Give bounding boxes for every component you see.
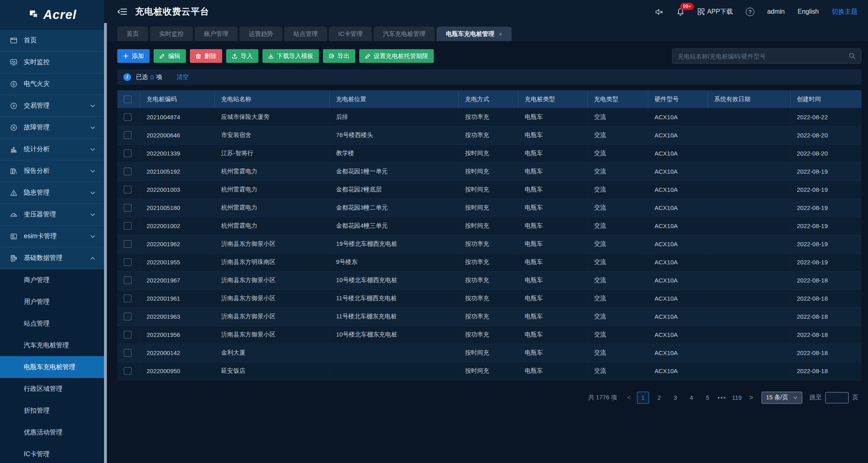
page-number-4[interactable]: 4 <box>685 392 697 404</box>
table-row[interactable]: 2022001003杭州雷霆电力金都花园2幢底层按时间充电瓶车交流ACX10A2… <box>117 181 862 199</box>
sidebar-subitem-2[interactable]: 站点管理 <box>0 313 104 334</box>
table-row[interactable]: 2022000142金利大厦按时间充电瓶车交流ACX10A2022-08-18 <box>117 344 862 362</box>
sidebar-subitem-0[interactable]: 商户管理 <box>0 269 104 291</box>
page-number-1[interactable]: 1 <box>637 392 649 404</box>
toolbar-button-4[interactable]: 下载导入模板 <box>262 49 319 63</box>
row-checkbox[interactable] <box>124 168 131 175</box>
sidebar-item-7[interactable]: 隐患管理 <box>0 182 104 204</box>
import-icon <box>232 53 237 59</box>
page-number-2[interactable]: 2 <box>653 392 665 404</box>
row-checkbox[interactable] <box>124 331 131 338</box>
row-checkbox[interactable] <box>124 204 131 212</box>
close-icon[interactable]: × <box>499 31 502 37</box>
row-checkbox[interactable] <box>124 313 131 320</box>
clear-selection-link[interactable]: 清空 <box>177 73 189 81</box>
table-row[interactable]: 2022001961沂南县东方御景小区11号楼北车棚西充电桩按功率充电瓶车交流A… <box>117 289 862 307</box>
page-number-5[interactable]: 5 <box>701 392 714 404</box>
page-size-select[interactable]: 15 条/页 <box>762 392 802 404</box>
row-checkbox[interactable] <box>124 186 131 193</box>
table-row[interactable]: 2022001956沂南县东方御景小区10号楼北车棚东充电桩按功率充电瓶车交流A… <box>117 326 862 344</box>
app-download-link[interactable]: APP下载 <box>697 8 733 16</box>
column-header-5: 充电桩类型 <box>518 90 587 108</box>
row-checkbox[interactable] <box>124 149 131 157</box>
next-page-arrow[interactable]: > <box>747 394 755 401</box>
notification-bell[interactable]: 99+ <box>676 8 685 16</box>
cell: 2022-08-18 <box>790 362 862 380</box>
toolbar-button-3[interactable]: 导入 <box>226 49 258 63</box>
cell: 2022-08-18 <box>790 289 862 307</box>
tab-7[interactable]: 电瓶车充电桩管理× <box>437 27 512 41</box>
cell: 电瓶车 <box>518 217 587 235</box>
charging-pile-icon <box>10 254 18 262</box>
tab-2[interactable]: 账户管理 <box>195 27 237 41</box>
row-checkbox[interactable] <box>124 258 131 266</box>
table-row[interactable]: 2022000646市安装宿舍76号楼西楼头按功率充电瓶车交流ACX10A202… <box>117 126 862 144</box>
sidebar-item-8[interactable]: 变压器管理 <box>0 204 104 226</box>
tab-6[interactable]: 汽车充电桩管理 <box>374 27 435 41</box>
sidebar-item-10[interactable]: 基础数据管理 <box>0 247 104 269</box>
sidebar-subitem-3[interactable]: 汽车充电桩管理 <box>0 334 104 356</box>
sidebar-item-1[interactable]: 实时监控 <box>0 52 104 73</box>
tab-3[interactable]: 运营趋势 <box>239 27 282 41</box>
table-row[interactable]: 2022001955沂南县东方明珠南区9号楼东按功率充电瓶车交流ACX10A20… <box>117 253 862 271</box>
jump-page-input[interactable] <box>825 392 849 403</box>
page-number-119[interactable]: 119 <box>731 392 743 404</box>
tab-1[interactable]: 实时监控 <box>150 27 193 41</box>
page-ellipsis[interactable]: ••• <box>718 394 726 401</box>
search-input[interactable] <box>678 53 849 60</box>
table-row[interactable]: 2022000950延安饭店按时间充电瓶车交流ACX10A2022-08-18 <box>117 362 862 380</box>
tab-4[interactable]: 站点管理 <box>284 27 327 41</box>
row-checkbox[interactable] <box>124 276 131 284</box>
tab-5[interactable]: IC卡管理 <box>329 27 372 41</box>
sidebar-item-4[interactable]: 故障管理 <box>0 117 104 139</box>
menu-fold-icon[interactable] <box>117 8 127 16</box>
prev-page-arrow[interactable]: < <box>625 394 633 401</box>
row-checkbox[interactable] <box>124 222 131 230</box>
sidebar-subitem-1[interactable]: 用户管理 <box>0 291 104 313</box>
sidebar-subitem-5[interactable]: 行政区域管理 <box>0 378 104 400</box>
toolbar-button-2[interactable]: 删除 <box>190 49 222 63</box>
table-row[interactable]: 2022001002杭州雷霆电力金都花园4幢三单元按时间充电瓶车交流ACX10A… <box>117 217 862 235</box>
table-row[interactable]: 2021005180杭州雷霆电力金都花园3幢二单元按时间充电瓶车交流ACX10A… <box>117 199 862 217</box>
sidebar-item-5[interactable]: 统计分析 <box>0 139 104 160</box>
select-all-checkbox[interactable] <box>124 96 131 103</box>
table-row[interactable]: 2021005192杭州雷霆电力金都花园1幢一单元按时间充电瓶车交流ACX10A… <box>117 162 862 181</box>
sidebar-item-0[interactable]: 首页 <box>0 30 104 52</box>
table-row[interactable]: 2022001963沂南县东方御景小区11号楼北车棚东充电桩按功率充电瓶车交流A… <box>117 307 862 326</box>
table-row[interactable]: 2022001962沂南县东方御景小区19号楼北车棚西充电桩按功率充电瓶车交流A… <box>117 235 862 253</box>
sidebar-item-6[interactable]: 报告分析 <box>0 160 104 182</box>
toolbar-button-5[interactable]: 导出 <box>323 49 355 63</box>
toolbar-button-0[interactable]: 添加 <box>117 49 150 63</box>
row-checkbox[interactable] <box>124 295 131 302</box>
help-icon[interactable]: ? <box>746 8 754 16</box>
sidebar-item-3[interactable]: ¥交易管理 <box>0 95 104 117</box>
search-icon[interactable] <box>849 52 856 60</box>
row-checkbox[interactable] <box>124 240 131 248</box>
toolbar-button-1[interactable]: 编辑 <box>154 49 186 63</box>
row-checkbox[interactable] <box>124 131 131 139</box>
speaker-muted-icon[interactable] <box>655 8 664 16</box>
sidebar-item-9[interactable]: esim卡管理 <box>0 226 104 247</box>
table-row[interactable]: 2021004874应城市保险大厦旁后排按功率充电瓶车交流ACX10A2022-… <box>117 108 862 126</box>
table-row[interactable]: 2022001339江苏-智将行教学楼按时间充电瓶车交流ACX10A2022-0… <box>117 144 862 162</box>
column-header-4: 充电方式 <box>458 90 518 108</box>
theme-switch-link[interactable]: 切换主题 <box>832 8 858 16</box>
page-number-3[interactable]: 3 <box>669 392 681 404</box>
cell: 按时间充 <box>458 217 518 235</box>
tab-0[interactable]: 首页 <box>117 27 148 41</box>
toolbar-button-label: 删除 <box>204 52 216 60</box>
toolbar-button-6[interactable]: 设置充电桩托管期限 <box>359 49 434 63</box>
sidebar-subitem-4[interactable]: 电瓶车充电桩管理 <box>0 356 104 378</box>
row-checkbox[interactable] <box>124 367 131 375</box>
sidebar-subitem-6[interactable]: 折扣管理 <box>0 400 104 421</box>
row-checkbox[interactable] <box>124 349 131 357</box>
sidebar-subitem-7[interactable]: 优惠活动管理 <box>0 421 104 443</box>
row-checkbox[interactable] <box>124 113 131 121</box>
language-switch[interactable]: English <box>798 8 819 15</box>
username[interactable]: admin <box>767 8 785 15</box>
sidebar-item-2[interactable]: 电气火灾 <box>0 73 104 95</box>
sidebar-scrollbar[interactable] <box>104 0 107 463</box>
tab-label: 运营趋势 <box>249 30 273 38</box>
table-row[interactable]: 2022001967沂南县东方御景小区10号楼北车棚西充电桩按功率充电瓶车交流A… <box>117 271 862 289</box>
sidebar-subitem-8[interactable]: IC卡管理 <box>0 443 104 463</box>
